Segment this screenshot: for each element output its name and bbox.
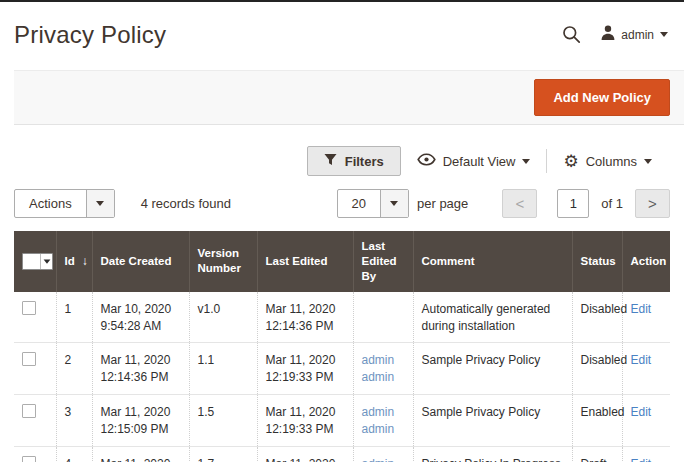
cell-last-edited: Mar 11, 202012:14:36 PM [257,292,353,343]
cell-action: Edit [622,395,670,447]
records-found-label: 4 records found [141,196,231,211]
table-row: 3 Mar 11, 202012:15:09 PM 1.5 Mar 11, 20… [14,395,670,447]
checkbox-cell [14,292,56,343]
cell-date-created: Mar 11, 20201:29:43 PM [92,446,189,462]
edit-link[interactable]: Edit [631,457,652,462]
checkbox-cell [14,395,56,447]
column-header-id[interactable]: Id↓ [56,231,92,292]
column-header-last-edited-by[interactable]: Last Edited By [353,231,413,292]
cell-id: 4 [56,446,92,462]
table-row: 4 Mar 11, 20201:29:43 PM 1.7 Mar 11, 202… [14,446,670,462]
cell-last-edited-by: adminadmin [353,395,413,447]
next-page-button[interactable]: > [635,189,670,218]
default-view-label: Default View [443,154,516,169]
column-header-comment[interactable]: Comment [413,231,572,292]
admin-user-menu[interactable]: admin [601,25,668,44]
edit-link[interactable]: Edit [631,302,652,316]
actions-select-value: Actions [15,190,86,217]
cell-action: Edit [622,446,670,462]
filters-label: Filters [345,154,384,169]
cell-comment: Sample Privacy Policy [413,395,572,447]
pagination-controls: 20 per page < of 1 > [337,189,670,218]
cell-version: 1.5 [189,395,257,447]
grid-controls-row: Actions 4 records found 20 per page < of… [14,189,670,218]
edited-by-link[interactable]: admin [362,421,405,438]
edited-by-link[interactable]: admin [362,352,405,369]
filter-funnel-icon [324,153,337,169]
cell-last-edited-by: adminadmin [353,343,413,395]
select-caret [86,190,114,217]
cell-status: Enabled [572,395,622,447]
cell-version: 1.1 [189,343,257,395]
cell-id: 1 [56,292,92,343]
add-new-policy-button[interactable]: Add New Policy [534,79,670,116]
select-all-checkbox [23,254,40,269]
privacy-policy-grid: Id↓ Date Created Version Number Last Edi… [14,231,670,462]
columns-dropdown[interactable]: ⚙ Columns [547,153,668,170]
edited-by-link[interactable]: admin [362,404,405,421]
current-page-input[interactable] [557,189,589,218]
chevron-down-icon [522,159,530,164]
cell-status: Disabled [572,292,622,343]
cell-date-created: Mar 11, 202012:14:36 PM [92,343,189,395]
row-checkbox[interactable] [22,456,36,462]
chevron-down-icon [40,254,52,269]
privacy-policy-page: Privacy Policy admin Add [0,2,684,462]
cell-last-edited: Mar 11, 202012:19:33 PM [257,343,353,395]
cell-action: Edit [622,343,670,395]
cell-last-edited: Mar 11, 202012:19:33 PM [257,395,353,447]
table-row: 1 Mar 10, 20209:54:28 AM v1.0 Mar 11, 20… [14,292,670,343]
select-all-dropdown[interactable] [22,253,53,270]
column-header-last-edited[interactable]: Last Edited [257,231,353,292]
eye-icon [417,153,436,169]
table-row: 2 Mar 11, 202012:14:36 PM 1.1 Mar 11, 20… [14,343,670,395]
per-page-select[interactable]: 20 [337,189,409,218]
header-checkbox-cell [14,231,56,292]
select-caret [380,190,408,217]
edited-by-link[interactable]: admin [362,369,405,386]
cell-comment: Sample Privacy Policy [413,343,572,395]
column-header-date-created[interactable]: Date Created [92,231,189,292]
per-page-value: 20 [338,190,380,217]
chevron-down-icon [660,32,668,37]
row-checkbox[interactable] [22,352,36,366]
sort-descending-icon: ↓ [82,254,88,268]
edit-link[interactable]: Edit [631,353,652,367]
cell-last-edited-by [353,292,413,343]
search-icon[interactable] [562,25,581,44]
column-header-version-number[interactable]: Version Number [189,231,257,292]
cell-id: 2 [56,343,92,395]
cell-last-edited-by: adminadmin [353,446,413,462]
row-checkbox[interactable] [22,404,36,418]
default-view-dropdown[interactable]: Default View [401,153,547,169]
cell-date-created: Mar 10, 20209:54:28 AM [92,292,189,343]
edit-link[interactable]: Edit [631,405,652,419]
previous-page-button[interactable]: < [502,189,537,218]
grid-header-row: Id↓ Date Created Version Number Last Edi… [14,231,670,292]
cell-status: Disabled [572,343,622,395]
page-title: Privacy Policy [14,21,166,49]
cell-action: Edit [622,292,670,343]
edited-by-link[interactable]: admin [362,456,405,462]
filters-button[interactable]: Filters [307,146,401,176]
cell-version: 1.7 [189,446,257,462]
per-page-label: per page [417,196,468,211]
chevron-down-icon [644,159,652,164]
gear-icon: ⚙ [563,153,578,170]
actions-select[interactable]: Actions [14,189,115,218]
cell-id: 3 [56,395,92,447]
cell-comment: Automatically generated during installat… [413,292,572,343]
controls-left: Actions 4 records found [14,189,231,218]
cell-version: v1.0 [189,292,257,343]
row-checkbox[interactable] [22,301,36,315]
column-header-action: Action [622,231,670,292]
header-right: admin [562,25,668,44]
column-header-status[interactable]: Status [572,231,622,292]
checkbox-cell [14,343,56,395]
cell-comment: Privacy Policy In Progress [413,446,572,462]
cell-status: Draft [572,446,622,462]
page-actions-band: Add New Policy [14,70,684,125]
page-header: Privacy Policy admin [0,2,684,52]
grid-toolbar: Filters Default View ⚙ Columns [14,147,668,175]
user-name: admin [621,28,654,42]
